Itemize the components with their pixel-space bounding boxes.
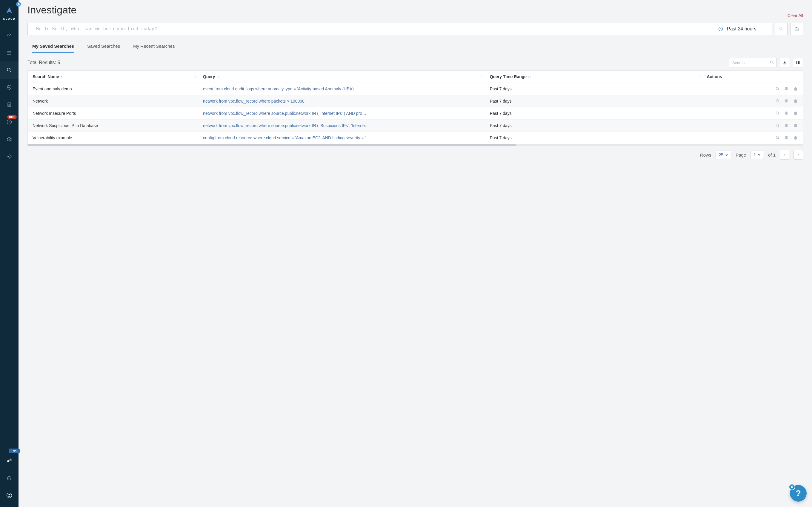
timerange-label: Past 24 hours: [727, 26, 757, 32]
cell-search-name: Vulnerability example: [28, 132, 198, 144]
list-icon: [6, 50, 12, 56]
cell-query[interactable]: config from cloud.resource where cloud.s…: [198, 132, 485, 144]
row-copy-button[interactable]: [784, 99, 789, 104]
page-select[interactable]: 1: [750, 151, 764, 159]
svg-point-23: [776, 100, 778, 102]
nav-investigate[interactable]: [0, 61, 18, 79]
search-icon: [778, 26, 784, 32]
row-view-button[interactable]: [775, 111, 780, 116]
svg-rect-16: [798, 61, 800, 62]
nav-settings[interactable]: [0, 148, 18, 165]
table-row: Vulnerability example config from cloud.…: [28, 132, 803, 144]
sidebar-expand-toggle[interactable]: [16, 2, 21, 7]
cell-actions: [702, 132, 803, 144]
tab-my-saved-searches[interactable]: My Saved Searches: [32, 41, 74, 53]
total-results: Total Results: 5: [28, 60, 726, 65]
clear-all-link[interactable]: Clear All: [788, 13, 803, 18]
nav-profile[interactable]: [0, 487, 18, 504]
table-row: Network network from vpc.flow_record whe…: [28, 95, 803, 107]
download-button[interactable]: [780, 58, 790, 67]
row-delete-button[interactable]: [793, 99, 798, 104]
table-row: Network Suspicious IP to Database networ…: [28, 120, 803, 132]
tab-my-recent-searches[interactable]: My Recent Searches: [133, 41, 174, 53]
cell-actions: [702, 107, 803, 120]
svg-point-19: [776, 88, 778, 90]
svg-point-6: [9, 494, 10, 495]
nav-policies[interactable]: [0, 96, 18, 113]
row-copy-button[interactable]: [784, 87, 789, 91]
chevron-down-icon: [758, 153, 761, 156]
row-delete-button[interactable]: [793, 135, 798, 140]
cell-query[interactable]: network from vpc.flow_record where packe…: [198, 95, 485, 107]
cell-query[interactable]: event from cloud.audit_logs where anomal…: [198, 83, 485, 95]
table-row: Network Insecure Ports network from vpc.…: [28, 107, 803, 120]
row-view-button[interactable]: [775, 123, 780, 128]
cell-search-name: Network Insecure Ports: [28, 107, 198, 120]
nav-support[interactable]: [0, 469, 18, 487]
cell-search-name: Network: [28, 95, 198, 107]
nav-inventory[interactable]: [0, 44, 18, 61]
svg-rect-17: [798, 62, 800, 63]
svg-point-0: [7, 68, 10, 71]
grip-icon[interactable]: ⁞⁞: [194, 75, 196, 79]
next-page-button[interactable]: [794, 150, 803, 160]
timerange-select[interactable]: Past 24 hours: [714, 23, 772, 35]
page-of-label: of 1: [768, 152, 775, 158]
save-icon: [794, 26, 800, 32]
nav-dashboard[interactable]: [0, 27, 18, 44]
nav-compliance[interactable]: [0, 79, 18, 96]
download-icon: [782, 60, 787, 65]
run-search-button[interactable]: [775, 23, 788, 35]
svg-rect-13: [797, 61, 797, 62]
page-label: Page: [735, 152, 746, 158]
cell-actions: [702, 120, 803, 132]
row-copy-button[interactable]: [784, 123, 789, 128]
col-query[interactable]: Query↓↑⁞⁞: [198, 71, 485, 83]
horizontal-scrollbar[interactable]: [28, 144, 803, 146]
row-delete-button[interactable]: [793, 87, 798, 91]
chevron-left-icon: [783, 153, 786, 156]
grip-icon[interactable]: ⁞⁞: [697, 75, 700, 79]
svg-rect-22: [786, 88, 786, 89]
row-copy-button[interactable]: [784, 111, 789, 116]
cell-time-range: Past 7 days: [485, 132, 702, 144]
row-delete-button[interactable]: [793, 111, 798, 116]
svg-point-35: [776, 136, 778, 139]
chevron-down-icon: [725, 153, 728, 156]
svg-rect-9: [796, 27, 797, 28]
nav-trial[interactable]: Trial: [0, 452, 18, 469]
row-copy-button[interactable]: [784, 135, 789, 140]
cell-search-name: Network Suspicious IP to Database: [28, 120, 198, 132]
row-view-button[interactable]: [775, 135, 780, 140]
row-view-button[interactable]: [775, 99, 780, 104]
cell-time-range: Past 7 days: [485, 120, 702, 132]
alerts-badge: 1889: [7, 115, 17, 119]
search-icon: [770, 60, 774, 65]
nav-alerts[interactable]: 1889: [0, 113, 18, 131]
headset-icon: [6, 475, 12, 481]
row-view-button[interactable]: [775, 87, 780, 91]
cell-time-range: Past 7 days: [485, 107, 702, 120]
sort-icon: ↓↑: [528, 75, 531, 79]
row-delete-button[interactable]: [793, 123, 798, 128]
cell-query[interactable]: network from vpc.flow_record where sourc…: [198, 107, 485, 120]
rows-per-page-select[interactable]: 25: [716, 151, 732, 159]
search-input[interactable]: [28, 23, 714, 35]
help-button[interactable]: ? 6: [790, 485, 807, 502]
svg-rect-18: [798, 63, 800, 64]
svg-rect-15: [797, 63, 797, 64]
user-icon: [6, 492, 12, 498]
prev-page-button[interactable]: [780, 150, 789, 160]
cell-query[interactable]: network from vpc.flow_record where sourc…: [198, 120, 485, 132]
col-search-name[interactable]: Search Name↑⁞⁞: [28, 71, 198, 83]
col-time-range[interactable]: Query Time Range↓↑⁞⁞: [485, 71, 702, 83]
tab-saved-searches[interactable]: Saved Searches: [87, 41, 120, 53]
question-icon: ?: [796, 488, 801, 498]
pagination: Rows 25 Page 1 of 1: [18, 146, 812, 160]
nav-reports[interactable]: [0, 131, 18, 148]
grip-icon[interactable]: ⁞⁞: [480, 75, 483, 79]
save-search-button[interactable]: [791, 23, 803, 35]
svg-point-11: [770, 61, 773, 63]
columns-button[interactable]: [793, 58, 803, 67]
cell-actions: [702, 83, 803, 95]
